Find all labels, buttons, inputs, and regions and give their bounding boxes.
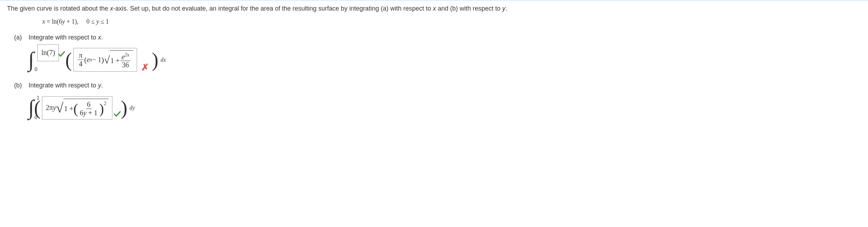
integral-sign: ∫ 1 0 [28,96,34,120]
label-end: . [101,34,103,41]
num: π [78,51,83,60]
text: -axis. Set up, but do not evaluate, an i… [113,5,433,12]
exp2: 2 [104,101,106,106]
one-plus: 1 + [111,57,120,65]
label-text: Integrate with respect to [29,82,98,89]
integrand-input[interactable]: π 4 (ex − 1) √ 1 + e2x 36 [73,48,137,72]
check-icon [58,50,65,59]
integrand-content: 2πy √ 1 + ( 6 6y + 1 )2 [46,99,108,117]
text: The given curve is rotated about the [7,5,110,12]
integrand-content: π 4 (ex − 1) √ 1 + e2x 36 [77,50,133,69]
part-a-integral: ∫ 0 ln(7) ( π 4 (ex − 1) √ 1 + e2x 36 [28,48,861,72]
y-var: y [502,5,506,12]
d1: 6 [80,109,83,117]
y: y [96,18,99,25]
sqrt: √ 1 + ( 6 6y + 1 )2 [56,99,108,117]
part-letter: (b) [14,82,22,89]
e: e [122,53,125,60]
left-paren: ( [65,49,72,71]
frac: e2x 36 [120,52,130,69]
lhs: x [42,18,45,25]
label-end: . [101,82,103,89]
one-plus: 1 + [64,105,73,113]
axis-var: x [110,5,113,12]
e: e [87,56,90,64]
var: x [98,34,101,41]
den: 4 [78,60,83,68]
sqrt: √ 1 + e2x 36 [104,50,133,69]
curve-equation: x = ln(6y + 1), 0 ≤ y ≤ 1 [42,18,861,25]
part-b-integral: ∫ 1 0 ( 2πy √ 1 + ( 6 6y + 1 )2 [28,96,861,120]
problem-statement: The given curve is rotated about the x-a… [7,5,861,12]
integral-sign: ∫ 0 [28,48,34,72]
domain: 0 ≤ [86,18,96,25]
right-paren: ) [152,49,159,71]
check-icon [114,110,121,119]
part-b-label: (b) Integrate with respect to y. [7,82,861,89]
label-text: Integrate with respect to [29,34,98,41]
differential: dx [161,57,166,63]
pi-over-4: π 4 [78,51,83,68]
integrand-input[interactable]: 2πy √ 1 + ( 6 6y + 1 )2 [42,96,112,119]
upper-limit: 1 [37,95,39,101]
lower-limit: 0 [35,114,37,121]
rhs: + 1), [65,18,79,25]
minus1: − 1 [92,56,101,64]
part-a-label: (a) Integrate with respect to x. [7,34,861,41]
x-var: x [433,5,436,12]
x-icon: ✗ [141,62,149,73]
right-paren: ) [121,97,128,119]
inner-frac: 6 6y + 1 [79,100,99,117]
upper-limit-value: ln(7) [41,49,55,57]
lower-limit: 0 [35,66,37,73]
exp2x: 2x [125,52,129,57]
d2: + 1 [86,109,97,117]
domain-end: ≤ 1 [99,18,109,25]
two-pi: 2π [46,104,53,112]
num: 6 [86,100,92,109]
y: y [62,18,65,25]
part-letter: (a) [14,34,22,41]
eq: = ln(6 [45,18,62,25]
text: . [506,5,507,12]
den: 36 [121,61,130,69]
y: y [53,104,56,112]
var: y [98,82,101,89]
differential: dy [130,105,135,111]
upper-limit-input[interactable]: ln(7) [37,44,59,61]
text: and (b) with respect to [436,5,502,12]
